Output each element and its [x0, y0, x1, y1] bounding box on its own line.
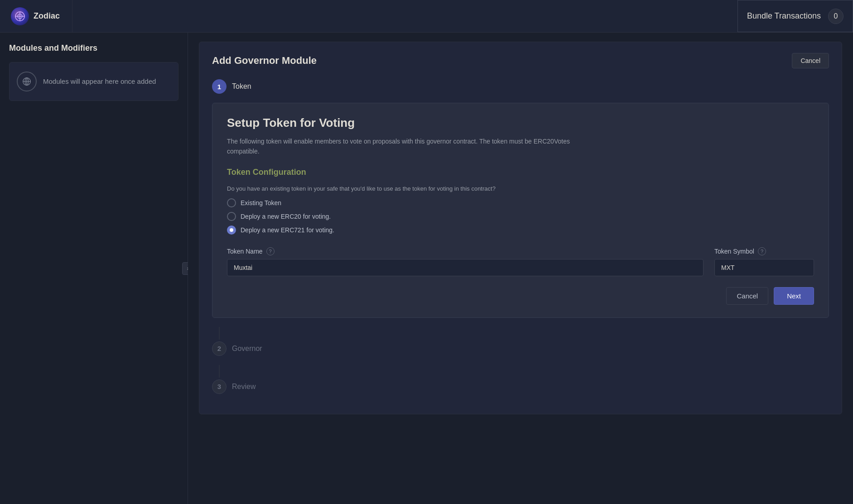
- token-name-help-icon[interactable]: ?: [266, 247, 275, 255]
- main-layout: Modules and Modifiers Modules will appea…: [0, 33, 853, 504]
- step-3-number: 3: [217, 383, 221, 390]
- token-config-question: Do you have an existing token in your sa…: [227, 185, 814, 192]
- step-1-number: 1: [217, 83, 221, 91]
- token-setup-description: The following token will enable members …: [227, 136, 598, 157]
- bundle-count-badge: 0: [828, 9, 843, 24]
- cancel-top-button[interactable]: Cancel: [792, 53, 829, 68]
- step-2-number: 2: [217, 345, 221, 352]
- step-connector-1: [219, 327, 220, 340]
- modules-empty-icon: [17, 72, 37, 91]
- radio-erc20[interactable]: Deploy a new ERC20 for voting.: [227, 212, 814, 221]
- token-symbol-help-icon[interactable]: ?: [758, 247, 766, 255]
- step-governor-row: 2 Governor: [212, 341, 829, 356]
- token-name-label-row: Token Name ?: [227, 247, 704, 255]
- form-fields-row: Token Name ? Token Symbol ?: [227, 247, 814, 276]
- topbar: Zodiac Bundle Transactions 0: [0, 0, 853, 33]
- step-connector-2: [219, 365, 220, 378]
- sidebar-empty-text: Modules will appear here once added: [43, 77, 156, 87]
- bundle-label: Bundle Transactions: [747, 11, 828, 21]
- token-name-input[interactable]: [227, 259, 704, 276]
- step-token-row: 1 Token: [212, 79, 829, 94]
- radio-erc20-label: Deploy a new ERC20 for voting.: [241, 213, 331, 220]
- app-logo[interactable]: Zodiac: [0, 0, 72, 32]
- radio-erc20-outer: [227, 212, 236, 221]
- step-3-label: Review: [232, 383, 255, 391]
- cancel-button[interactable]: Cancel: [726, 287, 768, 305]
- radio-erc721[interactable]: Deploy a new ERC721 for voting.: [227, 226, 814, 235]
- step-1-circle: 1: [212, 79, 227, 94]
- radio-existing-token[interactable]: Existing Token: [227, 198, 814, 207]
- next-button[interactable]: Next: [774, 287, 814, 305]
- logo-icon: [11, 7, 29, 25]
- radio-existing-outer: [227, 198, 236, 207]
- sidebar-title: Modules and Modifiers: [9, 43, 178, 53]
- radio-group: Existing Token Deploy a new ERC20 for vo…: [227, 198, 814, 235]
- step-3-circle: 3: [212, 379, 227, 394]
- add-governor-panel: Add Governor Module Cancel 1 Token Setup…: [199, 42, 842, 414]
- token-symbol-input[interactable]: [714, 259, 814, 276]
- content-area: Add Governor Module Cancel 1 Token Setup…: [188, 33, 853, 504]
- action-buttons-row: Cancel Next: [227, 287, 814, 305]
- token-symbol-label: Token Symbol: [714, 248, 754, 255]
- topbar-middle: [72, 0, 737, 32]
- step-review-row: 3 Review: [212, 379, 829, 394]
- app-title: Zodiac: [34, 11, 60, 21]
- sidebar: Modules and Modifiers Modules will appea…: [0, 33, 188, 504]
- token-symbol-field: Token Symbol ?: [714, 247, 814, 276]
- bundle-transactions-button[interactable]: Bundle Transactions 0: [737, 0, 853, 32]
- radio-erc721-inner: [230, 228, 233, 232]
- radio-erc721-outer: [227, 226, 236, 235]
- step-1-label: Token: [232, 82, 251, 91]
- step-2-label: Governor: [232, 345, 262, 353]
- token-symbol-label-row: Token Symbol ?: [714, 247, 814, 255]
- radio-erc721-label: Deploy a new ERC721 for voting.: [241, 226, 334, 234]
- token-setup-title: Setup Token for Voting: [227, 116, 814, 130]
- radio-existing-label: Existing Token: [241, 199, 281, 206]
- token-setup-card: Setup Token for Voting The following tok…: [212, 103, 829, 318]
- token-name-field: Token Name ?: [227, 247, 704, 276]
- sidebar-empty-card: Modules will appear here once added: [9, 62, 178, 101]
- token-name-label: Token Name: [227, 248, 263, 255]
- token-config-title: Token Configuration: [227, 168, 814, 177]
- panel-title: Add Governor Module: [212, 55, 317, 67]
- panel-header: Add Governor Module Cancel: [212, 53, 829, 68]
- step-2-circle: 2: [212, 341, 227, 356]
